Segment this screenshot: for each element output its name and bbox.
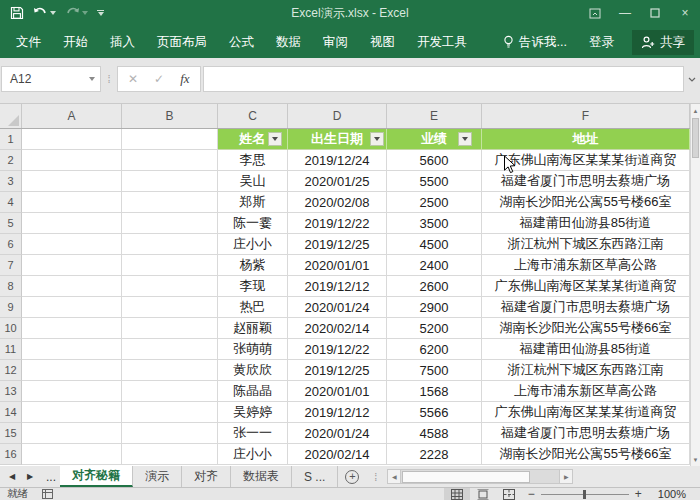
cell-performance[interactable]: 5566 <box>387 402 482 423</box>
zoom-in-icon[interactable]: + <box>629 489 648 499</box>
row-header[interactable]: 6 <box>0 234 22 255</box>
cell-col-b[interactable] <box>122 360 218 381</box>
cell-birth-date[interactable]: 2019/12/25 <box>288 360 387 381</box>
header-cell-address[interactable]: 地址 <box>482 129 690 150</box>
cell-address[interactable]: 湖南长沙阳光公寓55号楼66室 <box>482 318 690 339</box>
cell-address[interactable]: 福建省厦门市思明去蔡塘广场 <box>482 297 690 318</box>
tab-formulas[interactable]: 公式 <box>218 26 265 58</box>
cell-col-a[interactable] <box>22 297 122 318</box>
close-icon[interactable]: × <box>670 0 700 26</box>
column-header-d[interactable]: D <box>288 104 387 128</box>
cell-address[interactable]: 福建莆田仙游县85街道 <box>482 213 690 234</box>
cell-name[interactable]: 陈一霎 <box>218 213 288 234</box>
filter-dropdown-icon[interactable] <box>268 132 282 146</box>
vertical-scrollbar-thumb[interactable] <box>692 118 699 158</box>
cell-performance[interactable]: 6200 <box>387 339 482 360</box>
cell-col-b[interactable] <box>122 255 218 276</box>
horizontal-scrollbar-track[interactable] <box>401 469 559 484</box>
zoom-percentage[interactable]: 100% <box>648 488 694 500</box>
name-box-dropdown-icon[interactable] <box>84 77 100 81</box>
cell-address[interactable]: 福建省厦门市思明去蔡塘广场 <box>482 171 690 192</box>
cell-performance[interactable]: 3500 <box>387 213 482 234</box>
cell-address[interactable]: 福建莆田仙游县85街道 <box>482 339 690 360</box>
tab-review[interactable]: 审阅 <box>312 26 359 58</box>
ribbon-display-options-icon[interactable] <box>580 0 610 26</box>
scroll-left-icon[interactable]: ◀ <box>387 469 401 484</box>
tab-page-layout[interactable]: 页面布局 <box>146 26 218 58</box>
cell-address[interactable]: 广东佛山南海区某某某街道商贸 <box>482 402 690 423</box>
macro-record-icon[interactable] <box>42 489 53 499</box>
cell-col-b[interactable] <box>122 444 218 465</box>
scroll-right-icon[interactable]: ▶ <box>559 469 573 484</box>
undo-dropdown-caret[interactable] <box>50 11 56 15</box>
confirm-entry-icon[interactable]: ✓ <box>154 72 164 86</box>
horizontal-scrollbar-thumb[interactable] <box>402 471 530 483</box>
row-header[interactable]: 15 <box>0 423 22 444</box>
column-header-a[interactable]: A <box>22 104 122 128</box>
cell-col-a[interactable] <box>22 150 122 171</box>
cell-address[interactable]: 湖南长沙阳光公寓55号楼66室 <box>482 444 690 465</box>
filter-dropdown-icon[interactable] <box>370 132 384 146</box>
undo-icon[interactable] <box>33 7 56 19</box>
cell-col-a[interactable] <box>22 423 122 444</box>
row-header[interactable]: 3 <box>0 171 22 192</box>
sign-in-button[interactable]: 登录 <box>579 26 624 58</box>
cell-col-a[interactable] <box>22 234 122 255</box>
maximize-icon[interactable] <box>640 0 670 26</box>
column-header-b[interactable]: B <box>122 104 218 128</box>
page-layout-view-icon[interactable] <box>470 488 496 500</box>
header-cell-performance[interactable]: 业绩 <box>387 129 482 150</box>
cell-col-b[interactable] <box>122 150 218 171</box>
cell-address[interactable]: 福建省厦门市思明去蔡塘广场 <box>482 423 690 444</box>
cell-col-a[interactable] <box>22 255 122 276</box>
cell-col-b[interactable] <box>122 339 218 360</box>
cell-col-a[interactable] <box>22 318 122 339</box>
row-header[interactable]: 5 <box>0 213 22 234</box>
header-cell-birth-date[interactable]: 出生日期 <box>288 129 387 150</box>
cell-name[interactable]: 杨紫 <box>218 255 288 276</box>
column-header-e[interactable]: E <box>387 104 482 128</box>
zoom-out-icon[interactable]: − <box>522 489 541 499</box>
cell-col-b[interactable] <box>122 423 218 444</box>
sheet-overflow-indicator[interactable]: ... <box>42 466 60 487</box>
cell-performance[interactable]: 4500 <box>387 234 482 255</box>
row-header[interactable]: 12 <box>0 360 22 381</box>
horizontal-scrollbar[interactable]: ◀ ▶ <box>387 466 573 487</box>
scroll-down-icon[interactable]: ▼ <box>691 453 700 466</box>
zoom-slider[interactable] <box>541 494 629 495</box>
cell-performance[interactable]: 2900 <box>387 297 482 318</box>
cell-col-b[interactable] <box>122 171 218 192</box>
name-box[interactable]: A12 <box>1 66 101 92</box>
cell-name[interactable]: 吴山 <box>218 171 288 192</box>
sheet-tab-duiqimiji[interactable]: 对齐秘籍 <box>60 466 133 487</box>
cell-col-a[interactable] <box>22 381 122 402</box>
cell-name[interactable]: 庄小小 <box>218 444 288 465</box>
row-header[interactable]: 10 <box>0 318 22 339</box>
cell-performance[interactable]: 2400 <box>387 255 482 276</box>
cell-birth-date[interactable]: 2020/01/24 <box>288 423 387 444</box>
sheet-tab-s[interactable]: S ... <box>292 466 338 487</box>
sheet-tab-yanshi[interactable]: 演示 <box>133 466 182 487</box>
cancel-entry-icon[interactable]: ✕ <box>128 72 138 86</box>
cell-col-b[interactable] <box>122 234 218 255</box>
cell-name[interactable]: 热巴 <box>218 297 288 318</box>
cell-name[interactable]: 庄小小 <box>218 234 288 255</box>
sheet-prev-icon[interactable]: ◀ <box>4 472 20 481</box>
cell-birth-date[interactable]: 2020/01/25 <box>288 171 387 192</box>
insert-function-icon[interactable]: fx <box>180 71 189 87</box>
row-header[interactable]: 9 <box>0 297 22 318</box>
cell-col-a[interactable] <box>22 402 122 423</box>
cell-performance[interactable]: 2600 <box>387 276 482 297</box>
cell-name[interactable]: 张萌萌 <box>218 339 288 360</box>
cell-col-a[interactable] <box>22 192 122 213</box>
tab-view[interactable]: 视图 <box>359 26 406 58</box>
row-header[interactable]: 1 <box>0 129 22 150</box>
cell-birth-date[interactable]: 2019/12/22 <box>288 213 387 234</box>
row-header[interactable]: 4 <box>0 192 22 213</box>
cell-birth-date[interactable]: 2020/02/08 <box>288 192 387 213</box>
cell-name[interactable]: 陈晶晶 <box>218 381 288 402</box>
cell-address[interactable]: 浙江杭州下城区东西路江南 <box>482 234 690 255</box>
zoom-slider-thumb[interactable] <box>583 490 586 499</box>
tab-file[interactable]: 文件 <box>5 26 52 58</box>
column-header-f[interactable]: F <box>482 104 690 128</box>
